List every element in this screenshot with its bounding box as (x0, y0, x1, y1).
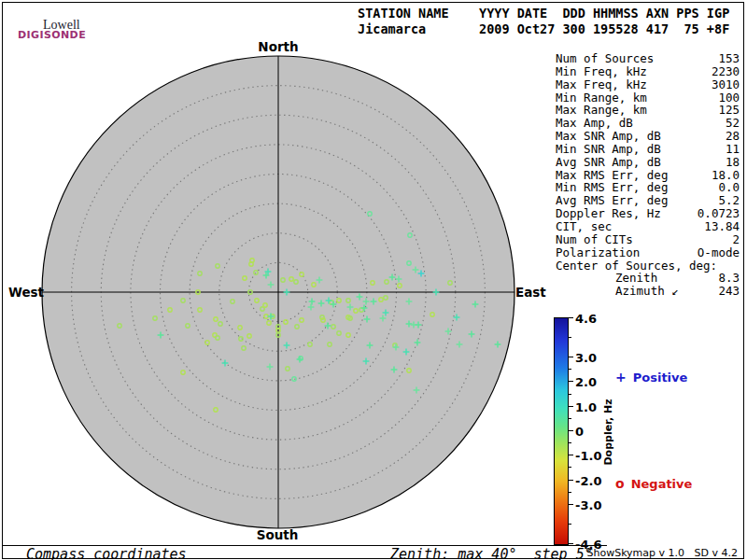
stat-label: Max Freq, kHz (556, 78, 647, 91)
colorbar-tick-label: 4.6 (575, 312, 597, 326)
colorbar-minor-tick (568, 442, 571, 443)
stat-label: Azimuth ↙ (615, 285, 679, 298)
colorbar-minor-tick (568, 394, 571, 395)
colorbar-minor-tick (568, 418, 571, 419)
stat-label: Min Freq, kHz (556, 65, 647, 78)
stat-row: Avg RMS Err, deg5.2 (556, 194, 740, 207)
stat-row: Zenith8.3 (556, 272, 740, 285)
circle-marker-icon: o (615, 476, 625, 491)
colorbar-tick-label: -3.0 (575, 497, 601, 511)
stat-row: Num of Sources153 (556, 52, 740, 65)
stat-row: Center of Sources, deg: (556, 259, 740, 273)
stat-row: Max RMS Err, deg18.0 (556, 169, 740, 182)
stat-value: 28 (726, 130, 740, 143)
stat-value: 0.0 (718, 181, 740, 194)
colorbar-tick (568, 317, 573, 318)
stat-value: 5.2 (718, 194, 740, 207)
stat-row: Azimuth ↙243 (556, 285, 740, 298)
stat-row: CIT, sec13.84 (556, 220, 740, 233)
stat-label: Max Range, km (556, 104, 647, 117)
stat-row: Min SNR Amp, dB11 (556, 143, 740, 156)
stats-panel: Num of Sources153Min Freq, kHz2230Max Fr… (556, 52, 740, 298)
colorbar-tick (568, 357, 573, 357)
legend-positive: + Positive (615, 370, 687, 385)
stat-label: Num of CITs (556, 233, 633, 246)
stat-value: 0.0723 (698, 207, 740, 220)
stat-value: 18.0 (712, 169, 740, 182)
compass-label-south: South (257, 527, 299, 542)
colorbar-tick-label: 2.0 (575, 375, 597, 389)
stat-label: Min RMS Err, deg (556, 181, 668, 194)
colorbar-minor-tick (568, 467, 571, 468)
stat-label: Doppler Res, Hz (556, 207, 661, 220)
legend-positive-label: Positive (633, 371, 688, 385)
stat-row: Max Amp, dB52 (556, 117, 740, 130)
stat-row: Min Freq, kHz2230 (556, 65, 740, 78)
compass-label-west: West (8, 285, 44, 300)
colorbar-tick-label: 3.0 (575, 351, 597, 365)
stat-label: Center of Sources, deg: (556, 259, 717, 273)
stat-row: Max SNR Amp, dB28 (556, 130, 740, 143)
colorbar-tick-label: 0 (575, 425, 584, 439)
stat-value: 153 (718, 52, 740, 65)
colorbar-tick (568, 455, 573, 455)
stat-value: 2 (732, 233, 740, 246)
colorbar-minor-tick (568, 369, 571, 370)
colorbar-minor-tick (568, 492, 571, 493)
coordinate-system-label: Compass coordinates (26, 546, 187, 560)
stat-row: Doppler Res, Hz0.0723 (556, 207, 740, 220)
colorbar-tick-label: -2.0 (575, 473, 601, 487)
stat-row: Min Range, km100 (556, 91, 740, 105)
stat-value: 13.84 (704, 220, 740, 233)
stat-value: 243 (718, 285, 740, 298)
version-label: ShowSkymap v 1.0 SD v 4.2 (586, 547, 738, 559)
stat-value: O-mode (698, 246, 740, 259)
stat-value: 11 (726, 143, 740, 156)
stat-value: 100 (718, 91, 740, 105)
stat-label: Polarization (556, 246, 640, 259)
stat-value: 125 (718, 104, 740, 117)
colorbar-tick (568, 430, 573, 431)
stat-value: 2230 (712, 65, 740, 78)
plus-marker-icon: + (615, 370, 627, 385)
colorbar-tick (568, 406, 573, 407)
colorbar-tick (568, 504, 573, 505)
stat-row: PolarizationO-mode (556, 246, 740, 259)
stat-label: Num of Sources (556, 52, 654, 65)
stat-row: Avg SNR Amp, dB18 (556, 156, 740, 169)
colorbar-tick (568, 480, 573, 481)
stat-row: Max Range, km125 (556, 104, 740, 117)
colorbar-minor-tick (568, 524, 571, 525)
stat-value: 52 (726, 117, 740, 130)
stat-label: Min SNR Amp, dB (556, 143, 661, 156)
colorbar-gradient (554, 317, 569, 545)
stat-row: Min RMS Err, deg0.0 (556, 181, 740, 194)
colorbar-tick-label: 1.0 (575, 399, 597, 413)
stat-label: Max Amp, dB (556, 117, 633, 130)
stat-label: CIT, sec (556, 220, 612, 233)
colorbar-minor-tick (568, 337, 571, 338)
stat-label: Avg RMS Err, deg (556, 194, 668, 207)
zenith-range-note: Zenith: max 40° step 5° (390, 546, 593, 560)
showskymap-window: Lowell DIGISONDE STATION NAME YYYY DATE … (0, 0, 747, 560)
stat-row: Num of CITs2 (556, 233, 740, 246)
stat-label: Avg SNR Amp, dB (556, 156, 661, 169)
colorbar-tick (568, 543, 573, 544)
colorbar-tick-label: -1.0 (575, 449, 601, 463)
stat-value: 18 (726, 156, 740, 169)
legend-negative-label: Negative (631, 477, 693, 491)
stat-label: Zenith (615, 272, 657, 285)
stat-label: Min Range, km (556, 91, 647, 105)
stat-label: Max SNR Amp, dB (556, 130, 661, 143)
compass-label-north: North (258, 39, 298, 54)
colorbar-axis-label: Doppler, Hz (602, 399, 614, 465)
legend-negative: o Negative (615, 476, 692, 491)
colorbar-tick (568, 381, 573, 382)
stat-value: 8.3 (718, 272, 740, 285)
compass-label-east: East (515, 285, 546, 300)
stat-value: 3010 (712, 78, 740, 91)
stat-row: Max Freq, kHz3010 (556, 78, 740, 91)
stat-label: Max RMS Err, deg (556, 169, 668, 182)
